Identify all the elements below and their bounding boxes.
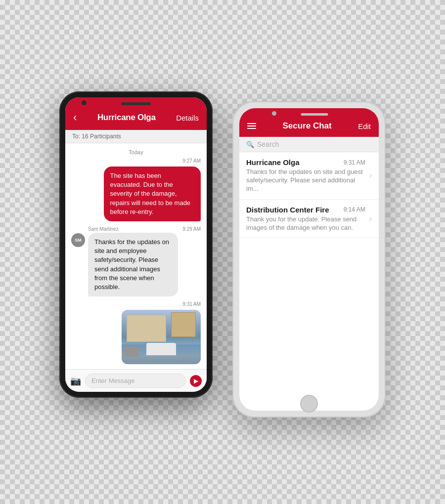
sent-bubble: The site has been evacuated. Due to the …: [104, 167, 201, 221]
received-bubble: Thanks for the updates on site and emplo…: [88, 233, 178, 296]
speaker-white: [301, 113, 328, 116]
truck-in-image: [146, 343, 176, 355]
chat-item-preview-2: Thank you for the update. Please send im…: [246, 215, 365, 232]
chat-screen: ‹ Hurricane Olga Details To: 16 Particip…: [65, 97, 207, 392]
sc-search-bar: 🔍 Search: [239, 137, 379, 152]
chat-item-top-1: Hurricane Olga 9:31 AM: [246, 158, 365, 167]
flood-image: [122, 310, 201, 364]
menu-line-2: [247, 126, 256, 126]
date-label: Today: [71, 149, 201, 155]
received-content: Sam Martinez 9:29 AM Thanks for the upda…: [88, 226, 201, 296]
send-button[interactable]: ▶: [190, 375, 202, 387]
chat-item-time-1: 9:31 AM: [344, 159, 365, 166]
camera-black: [82, 100, 87, 105]
image-time: 9:31 AM: [71, 301, 201, 307]
details-button[interactable]: Details: [176, 114, 199, 122]
chat-item-name-2: Distribution Center Fire: [246, 206, 329, 214]
speaker-black: [121, 102, 151, 105]
camera-white: [272, 111, 276, 116]
sc-chat-list: Hurricane Olga 9:31 AM Thanks for the up…: [239, 152, 379, 411]
chat-item-name-1: Hurricane Olga: [246, 158, 300, 167]
chevron-right-icon-2: ›: [369, 214, 372, 223]
chat-list-item[interactable]: Distribution Center Fire 9:14 AM Thank y…: [239, 200, 379, 239]
chat-messages: Today 9:27 AM The site has been evacuate…: [65, 143, 207, 369]
menu-icon[interactable]: [247, 123, 256, 129]
chat-list-item[interactable]: Hurricane Olga 9:31 AM Thanks for the up…: [239, 152, 379, 200]
menu-line-3: [247, 128, 256, 129]
home-button[interactable]: [300, 395, 318, 413]
sc-header: Secure Chat Edit: [239, 108, 379, 137]
sent-time: 9:27 AM: [71, 158, 201, 164]
received-time: 9:29 AM: [182, 226, 201, 232]
menu-line-1: [247, 123, 256, 124]
avatar: SM: [71, 233, 85, 247]
chat-item-content-1: Hurricane Olga 9:31 AM Thanks for the up…: [246, 158, 365, 193]
search-input[interactable]: Search: [257, 140, 279, 148]
chat-input-bar: 📷 Enter Message ▶: [65, 369, 207, 392]
chat-item-top-2: Distribution Center Fire 9:14 AM: [246, 206, 365, 214]
received-group: SM Sam Martinez 9:29 AM Thanks for the u…: [71, 226, 201, 296]
message-input[interactable]: Enter Message: [85, 374, 186, 388]
chat-item-time-2: 9:14 AM: [344, 206, 365, 213]
phone-black: ‹ Hurricane Olga Details To: 16 Particip…: [59, 91, 213, 398]
search-icon: 🔍: [246, 141, 254, 148]
chat-title: Hurricane Olga: [97, 113, 156, 123]
back-button[interactable]: ‹: [73, 111, 77, 124]
secure-chat-screen: Secure Chat Edit 🔍 Search Hurricane Olga…: [239, 108, 379, 411]
to-bar: To: 16 Participants: [65, 130, 207, 143]
received-meta: Sam Martinez 9:29 AM: [88, 226, 201, 232]
building-in-image: [127, 315, 166, 342]
chat-item-preview-1: Thanks for the updates on site and guest…: [246, 168, 365, 193]
chevron-right-icon: ›: [369, 171, 372, 180]
sender-name: Sam Martinez: [88, 226, 119, 232]
edit-button[interactable]: Edit: [358, 122, 371, 130]
camera-icon[interactable]: 📷: [70, 376, 81, 386]
sc-title: Secure Chat: [282, 121, 331, 131]
phone-white: Secure Chat Edit 🔍 Search Hurricane Olga…: [232, 101, 386, 418]
building2-in-image: [171, 312, 196, 337]
message-placeholder: Enter Message: [91, 377, 134, 384]
chat-item-content-2: Distribution Center Fire 9:14 AM Thank y…: [246, 206, 365, 232]
